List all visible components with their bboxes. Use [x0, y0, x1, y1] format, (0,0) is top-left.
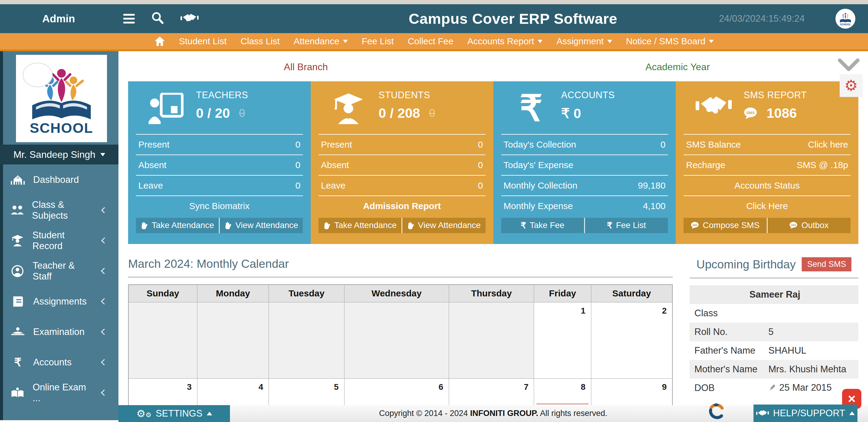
calendar-day-cell[interactable]: 1 [534, 302, 591, 378]
birthday-row: Class [689, 304, 858, 323]
nav-accounts-report[interactable]: Accounts Report [460, 36, 550, 46]
rupee-large-icon: ₹ [501, 90, 561, 131]
help-support-button[interactable]: HELP/SUPPORT [753, 404, 858, 422]
fee-list-button[interactable]: ₹Fee List [585, 218, 668, 233]
svg-text:SCHOOL: SCHOOL [30, 120, 93, 136]
caret-down-icon [100, 153, 105, 159]
svg-text:SMS: SMS [692, 224, 698, 227]
stat-row: Absent0 [318, 155, 486, 175]
birthday-row: Father's NameSHAHUL [689, 341, 858, 360]
settings-button[interactable]: ⚙⚙ SETTINGS [119, 405, 230, 422]
nav-notice-sms-board[interactable]: Notice / SMS Board [619, 36, 721, 46]
divider [128, 277, 673, 278]
sidebar-user-menu[interactable]: Mr. Sandeep Singh [0, 144, 119, 164]
calendar-title: March 2024: Monthly Calendar [128, 257, 673, 270]
sidebar-item-examination[interactable]: Examination [0, 317, 119, 347]
calendar-day-cell[interactable]: 2 [591, 302, 673, 378]
admission-report-link[interactable]: Admission Report [318, 195, 486, 216]
day-header: Saturday [591, 285, 673, 302]
sms-bubble-icon: SMS [789, 222, 798, 229]
nav-attendance[interactable]: Attendance [287, 36, 355, 46]
day-header: Sunday [128, 285, 197, 302]
menu-hamburger-icon[interactable] [123, 14, 135, 24]
widget-settings-gear-icon[interactable]: ⚙ [840, 74, 863, 97]
hand-icon [323, 221, 331, 229]
caret-up-icon [207, 409, 212, 415]
nav-student-list[interactable]: Student List [172, 36, 234, 46]
sidebar-item-dashboard[interactable]: Dashboard [0, 164, 119, 195]
rupee-icon: ₹ [521, 221, 526, 230]
accounts-status-click-here-link[interactable]: Click Here [684, 195, 850, 216]
nav-collect-fee[interactable]: Collect Fee [401, 36, 461, 46]
search-icon[interactable] [151, 11, 164, 26]
sidebar-item-assignments[interactable]: Assignments [0, 286, 119, 317]
gears-icon: ⚙⚙ [136, 409, 151, 419]
graduate-student-icon [318, 90, 378, 131]
stat-row: Present0 [136, 134, 303, 155]
branch-filter[interactable]: All Branch [284, 61, 328, 73]
students-view-attendance-button[interactable]: View Attendance [402, 218, 485, 233]
birthday-row: DOB 25 Mar 2015 [689, 379, 858, 397]
calendar-cell [269, 302, 344, 378]
copyright-text: Copyright © 2014 - 2024 INFONITI GROUP. … [379, 409, 608, 418]
calendar-cell [197, 302, 269, 378]
sidebar-item-online-exam[interactable]: Online Exam ... [0, 378, 119, 408]
calendar-cell [344, 302, 449, 378]
sidebar-item-accounts[interactable]: ₹ Accounts [0, 347, 119, 378]
teachers-view-attendance-button[interactable]: View Attendance [220, 218, 303, 233]
muted-secondary-count: 0 [429, 107, 435, 120]
outbox-button[interactable]: SMS Outbox [768, 218, 850, 233]
stat-row: Present0 [318, 134, 486, 155]
home-icon [154, 36, 165, 46]
sidebar-user-name: Mr. Sandeep Singh [13, 149, 95, 160]
nav-class-list[interactable]: Class List [234, 36, 287, 46]
handshake-icon [756, 409, 769, 418]
sidebar-item-class-subjects[interactable]: Class & Subjects [0, 195, 119, 225]
card-value: 0 / 208 0 [378, 105, 485, 121]
sidebar-item-student-record[interactable]: Student Record [0, 225, 119, 256]
chevron-left-icon [101, 359, 107, 365]
day-header: Monday [197, 285, 269, 302]
sms-balance-click-here-link[interactable]: Click here [808, 139, 850, 150]
teacher-board-icon [136, 90, 196, 131]
nav-home[interactable] [147, 36, 172, 46]
calendar-cell [128, 302, 197, 378]
card-title: STUDENTS [378, 90, 485, 101]
nav-fee-list[interactable]: Fee List [355, 36, 401, 46]
book-icon [10, 296, 25, 307]
birthday-row: Roll No.5 [689, 323, 858, 341]
chevron-left-icon [101, 268, 107, 274]
user-avatar[interactable]: SCHOOL [835, 9, 855, 29]
monthly-calendar: March 2024: Monthly Calendar Sunday Mond… [128, 257, 673, 422]
birthday-student-name-row: Sameer Raj [689, 285, 858, 304]
dashboard-screen: Admin Campus Cover ERP Software 24/03/20… [0, 0, 868, 422]
take-fee-button[interactable]: ₹Take Fee [501, 218, 585, 233]
accounts-status-link[interactable]: Accounts Status [684, 175, 850, 195]
nav-assignment[interactable]: Assignment [550, 36, 619, 46]
sync-biomatrix-link[interactable]: Sync Biomatrix [136, 195, 303, 216]
rupee-icon: ₹ [10, 356, 25, 369]
teachers-take-attendance-button[interactable]: Take Attendance [136, 218, 220, 233]
app-header: Admin Campus Cover ERP Software 24/03/20… [0, 4, 868, 33]
sidebar-item-teacher-staff[interactable]: Teacher & Staff [0, 256, 119, 286]
handshake-icon[interactable] [181, 12, 198, 25]
compose-sms-button[interactable]: SMS Compose SMS [684, 218, 767, 233]
collapse-chevron-icon[interactable] [837, 59, 860, 73]
school-logo: SCHOOL [16, 55, 107, 142]
event-indicator [536, 403, 588, 404]
send-sms-button[interactable]: Send SMS [802, 257, 851, 271]
user-circle-icon [10, 265, 25, 277]
stat-row: RechargeSMS @ .18p [684, 155, 850, 175]
academic-year-filter[interactable]: Academic Year [646, 61, 710, 73]
card-title: SMS REPORT [744, 90, 850, 101]
stat-row: Leave0 [136, 175, 303, 195]
students-take-attendance-button[interactable]: Take Attendance [318, 218, 402, 233]
main-navbar: Student List Class List Attendance Fee L… [0, 33, 868, 51]
stat-row: Leave0 [318, 175, 486, 195]
caret-down-icon [343, 40, 348, 45]
stat-row: SMS BalanceClick here [684, 134, 850, 155]
caret-up-icon [849, 409, 855, 415]
card-value: SMS 1086 [744, 105, 850, 121]
calendar-header-row: Sunday Monday Tuesday Wednesday Thursday… [128, 285, 673, 302]
open-book-icon [10, 387, 25, 398]
